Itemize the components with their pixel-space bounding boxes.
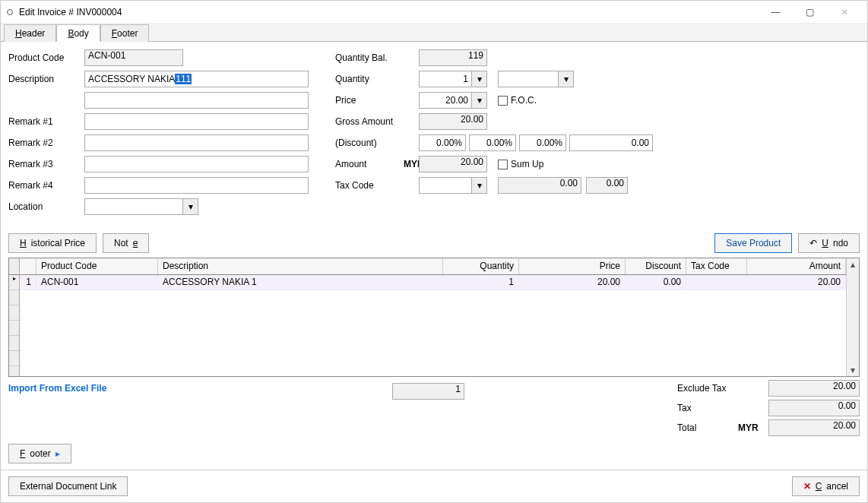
remark2-input[interactable] — [84, 134, 309, 151]
cell-amount[interactable]: 20.00 — [747, 275, 846, 289]
cell-taxcode[interactable] — [686, 275, 747, 289]
exclude-tax-value: 20.00 — [768, 380, 860, 397]
footer-button[interactable]: Footer ▸ — [8, 444, 71, 463]
external-document-link-button[interactable]: External Document Link — [8, 476, 128, 496]
right-column: Quantity Bal. 119 Quantity ▾ ▾ — [335, 49, 860, 220]
col-price[interactable]: Price — [519, 258, 626, 274]
qty-input[interactable] — [419, 71, 472, 87]
content-area: Product Code ACN-001 Description ACCESSO… — [1, 42, 867, 470]
location-input[interactable] — [84, 198, 183, 215]
sumup-label: Sum Up — [511, 159, 543, 169]
price-combo[interactable]: ▾ — [419, 92, 487, 109]
cancel-button[interactable]: ✕ Cancel — [792, 476, 860, 496]
description-label: Description — [8, 74, 84, 84]
scroll-down-icon[interactable]: ▾ — [847, 364, 859, 376]
cell-qty[interactable]: 1 — [443, 275, 519, 289]
cell-description[interactable]: ACCESSORY NAKIA 1 — [158, 275, 443, 289]
scroll-up-icon[interactable]: ▴ — [847, 258, 859, 270]
product-code-field[interactable]: ACN-001 — [84, 49, 183, 66]
save-product-button[interactable]: Save Product — [714, 233, 792, 253]
titlebar: Edit Invoice # INV000004 — ▢ ✕ — [1, 1, 867, 24]
grid-header: Product Code Description Quantity Price … — [20, 258, 846, 275]
currency-label: MYR — [404, 159, 419, 169]
cell-product-code[interactable]: ACN-001 — [36, 275, 158, 289]
tax-total-value: 0.00 — [768, 400, 860, 416]
description-selection: 111 — [175, 74, 192, 84]
chevron-down-icon[interactable]: ▾ — [472, 92, 487, 109]
footer-bar: External Document Link ✕ Cancel — [1, 470, 867, 502]
col-amount[interactable]: Amount — [747, 258, 846, 274]
col-taxcode[interactable]: Tax Code — [686, 258, 747, 274]
window-icon — [7, 9, 13, 15]
undo-button[interactable]: ↶ Undo — [798, 233, 860, 253]
qty-label: Quantity — [335, 74, 404, 84]
remark3-label: Remark #3 — [8, 159, 84, 169]
vertical-scrollbar[interactable]: ▴ ▾ — [846, 258, 859, 376]
qty-uom-combo[interactable]: ▾ — [498, 71, 574, 87]
col-product-code[interactable]: Product Code — [36, 258, 158, 274]
chevron-down-icon[interactable]: ▾ — [183, 198, 198, 215]
qty-bal-label: Quantity Bal. — [335, 52, 404, 63]
qty-bal-field: 119 — [419, 49, 487, 66]
tax-total-label: Tax — [677, 403, 738, 413]
maximize-button[interactable]: ▢ — [793, 2, 827, 23]
remark3-input[interactable] — [84, 156, 309, 172]
price-input[interactable] — [419, 92, 472, 109]
left-column: Product Code ACN-001 Description ACCESSO… — [8, 49, 320, 220]
qty-combo[interactable]: ▾ — [419, 71, 487, 87]
tab-body[interactable]: Body — [56, 24, 100, 42]
close-button[interactable]: ✕ — [827, 2, 861, 23]
discount-label: (Discount) — [335, 138, 404, 148]
row-marker[interactable]: ▸ — [9, 275, 19, 290]
tab-header[interactable]: Header — [4, 24, 56, 42]
row-selector-column: ▸ — [9, 258, 20, 376]
col-description[interactable]: Description — [158, 258, 443, 274]
location-combo[interactable]: ▾ — [84, 198, 198, 215]
tab-footer[interactable]: Footer — [100, 24, 150, 42]
discount2-input[interactable] — [469, 134, 516, 151]
discount3-input[interactable] — [519, 134, 566, 151]
taxcode-input[interactable] — [419, 177, 472, 194]
window-title: Edit Invoice # INV000004 — [19, 7, 759, 17]
import-excel-link[interactable]: Import From Excel File — [8, 383, 106, 439]
undo-icon: ↶ — [809, 238, 817, 248]
taxcode-combo[interactable]: ▾ — [419, 177, 487, 194]
gross-field: 20.00 — [419, 113, 487, 130]
col-idx[interactable] — [20, 258, 36, 274]
totals: Exclude Tax 20.00 Tax 0.00 Total MYR 20.… — [677, 380, 860, 439]
table-row[interactable]: 1 ACN-001 ACCESSORY NAKIA 1 1 20.00 0.00… — [20, 275, 846, 290]
discount1-input[interactable] — [419, 134, 466, 151]
total-label: Total — [677, 422, 738, 433]
items-grid[interactable]: ▸ Product Code Description Quantity Pric… — [8, 258, 860, 377]
window-controls: — ▢ ✕ — [759, 2, 861, 23]
foc-checkbox[interactable] — [498, 96, 508, 106]
discount-amt-input[interactable] — [569, 134, 653, 151]
chevron-down-icon[interactable]: ▾ — [559, 71, 574, 87]
amount-label: Amount — [335, 159, 404, 169]
remark4-input[interactable] — [84, 177, 309, 194]
sumup-checkbox[interactable] — [498, 160, 508, 169]
cell-price[interactable]: 20.00 — [519, 275, 626, 289]
remark1-input[interactable] — [84, 113, 309, 130]
chevron-down-icon[interactable]: ▾ — [472, 71, 487, 87]
exclude-tax-label: Exclude Tax — [677, 383, 738, 394]
edit-invoice-window: Edit Invoice # INV000004 — ▢ ✕ Header Bo… — [0, 0, 868, 503]
qty-uom-input[interactable] — [498, 71, 559, 87]
description-input[interactable]: ACCESSORY NAKIA 111 — [84, 71, 309, 87]
col-discount[interactable]: Discount — [626, 258, 686, 274]
description2-input[interactable] — [84, 92, 309, 109]
close-icon: ✕ — [803, 481, 811, 492]
note-button[interactable]: Note — [103, 233, 149, 253]
historical-price-button[interactable]: Historical Price — [8, 233, 97, 253]
gross-label: Gross Amount — [335, 116, 404, 127]
taxcode-label: Tax Code — [335, 180, 404, 191]
cell-discount[interactable]: 0.00 — [626, 275, 686, 289]
total-value: 20.00 — [768, 419, 860, 436]
minimize-button[interactable]: — — [759, 2, 793, 23]
price-label: Price — [335, 95, 404, 106]
total-currency: MYR — [738, 422, 768, 433]
tax-amount2-field: 0.00 — [586, 177, 628, 194]
col-quantity[interactable]: Quantity — [443, 258, 519, 274]
chevron-down-icon[interactable]: ▾ — [472, 177, 487, 194]
remark1-label: Remark #1 — [8, 116, 84, 127]
